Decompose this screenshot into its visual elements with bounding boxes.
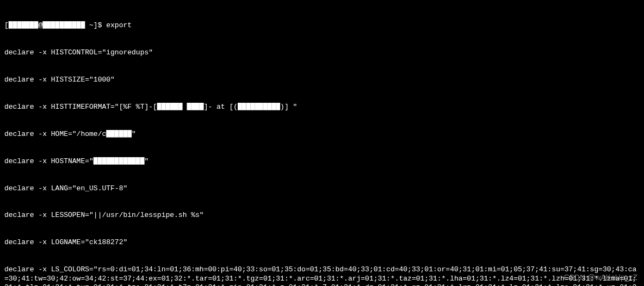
output-line: declare -x HOSTNAME="████████████" [4, 157, 640, 166]
output-line: declare -x LS_COLORS="rs=0:di=01;34:ln=0… [4, 265, 640, 286]
output-line: declare -x LESSOPEN="||/usr/bin/lesspipe… [4, 211, 640, 220]
terminal-output[interactable]: [███████@██████████ ~]$ export declare -… [0, 0, 644, 286]
output-line: declare -x HOME="/home/c██████" [4, 130, 640, 139]
output-line: declare -x LOGNAME="ck188272" [4, 238, 640, 247]
output-line: declare -x HISTCONTROL="ignoredups" [4, 48, 640, 58]
prompt-line: [███████@██████████ ~]$ export [4, 21, 640, 30]
output-line: declare -x LANG="en_US.UTF-8" [4, 184, 640, 194]
output-line: declare -x HISTSIZE="1000" [4, 76, 640, 85]
output-line: declare -x HISTTIMEFORMAT="[%F %T]-[████… [4, 103, 640, 112]
